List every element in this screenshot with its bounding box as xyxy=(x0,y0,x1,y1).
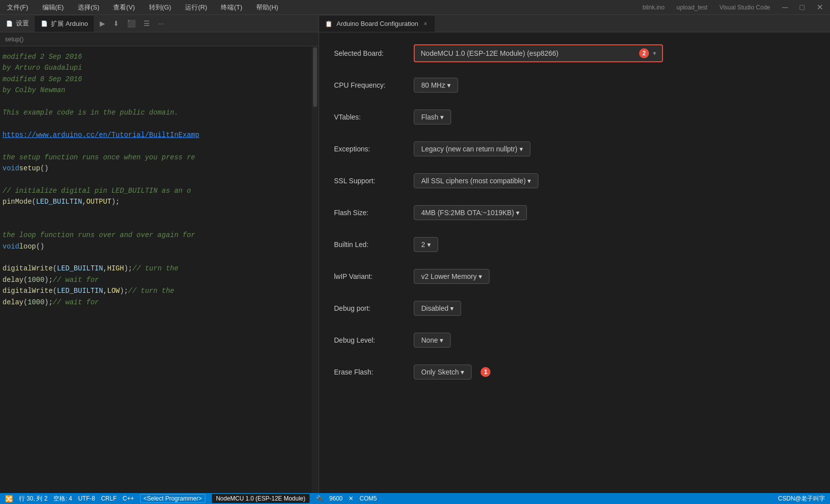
config-row-debug-level: Debug Level: None ▾ xyxy=(334,329,815,351)
status-line-ending[interactable]: CRLF xyxy=(101,495,117,502)
selected-board-input[interactable]: NodeMCU 1.0 (ESP-12E Module) (esp8266) 2… xyxy=(414,44,663,62)
config-row-cpu: CPU Frequency: 80 MHz ▾ xyxy=(334,74,815,96)
erase-flash-dropdown[interactable]: Only Sketch ▾ xyxy=(414,365,472,379)
board-config-title: Arduino Board Configuration xyxy=(336,20,418,27)
status-spaces[interactable]: 空格: 4 xyxy=(53,495,72,503)
control-vtables: Flash ▾ xyxy=(414,110,815,125)
config-row-board: Selected Board: NodeMCU 1.0 (ESP-12E Mod… xyxy=(334,42,815,64)
status-csdn[interactable]: CSDN@老子叫字 xyxy=(778,495,825,503)
status-close[interactable]: ✕ xyxy=(348,495,353,502)
code-line: modified 2 Sep 2016 xyxy=(0,51,319,62)
status-git-icon[interactable]: 🔀 xyxy=(5,495,13,503)
code-line xyxy=(0,118,319,129)
window-title-vscode: Visual Studio Code xyxy=(716,2,773,13)
label-exceptions: Exceptions: xyxy=(334,145,414,153)
upload-button[interactable]: ⬇ xyxy=(111,18,121,28)
window-minimize[interactable]: ─ xyxy=(779,1,791,14)
code-line: https://www.arduino.cc/en/Tutorial/Built… xyxy=(0,129,319,140)
tab-arduino-extension[interactable]: 📄 扩展 Arduino xyxy=(35,15,94,32)
status-programmer[interactable]: <Select Programmer> xyxy=(140,494,205,503)
label-flash-size: Flash Size: xyxy=(334,209,414,217)
control-debug-level: None ▾ xyxy=(414,333,815,348)
code-line: digitalWrite ( LED_BUILTIN , HIGH ); // … xyxy=(0,263,319,274)
status-language[interactable]: C++ xyxy=(123,495,134,502)
status-right: CSDN@老子叫字 xyxy=(778,495,825,503)
ssl-dropdown[interactable]: All SSL ciphers (most compatible) ▾ xyxy=(414,173,538,188)
flash-size-dropdown[interactable]: 4MB (FS:2MB OTA:~1019KB) ▾ xyxy=(414,205,527,220)
builtin-led-dropdown[interactable]: 2 ▾ xyxy=(414,237,438,252)
right-tab-group: 📋 Arduino Board Configuration × xyxy=(319,15,830,32)
layout-button[interactable]: ☰ xyxy=(142,18,152,28)
control-selected-board: NodeMCU 1.0 (ESP-12E Module) (esp8266) 2… xyxy=(414,44,815,62)
erase-flash-badge: 1 xyxy=(481,367,491,377)
config-row-flash-size: Flash Size: 4MB (FS:2MB OTA:~1019KB) ▾ xyxy=(334,202,815,224)
config-row-exceptions: Exceptions: Legacy (new can return nullp… xyxy=(334,138,815,160)
more-button[interactable]: ··· xyxy=(156,18,166,28)
code-line xyxy=(0,140,319,151)
code-line: by Colby Newman xyxy=(0,85,319,96)
exceptions-dropdown[interactable]: Legacy (new can return nullptr) ▾ xyxy=(414,141,530,156)
label-vtables: VTables: xyxy=(334,113,414,121)
toolbar: ▶ ⬇ ⬛ ☰ ··· xyxy=(94,15,170,32)
arduino-file-icon: 📄 xyxy=(41,20,48,27)
stop-button[interactable]: ⬛ xyxy=(125,18,138,28)
label-selected-board: Selected Board: xyxy=(334,49,414,57)
menu-help[interactable]: 帮助(H) xyxy=(253,1,281,14)
scrollbar-thumb[interactable] xyxy=(313,47,317,107)
label-debug-port: Debug port: xyxy=(334,304,414,312)
code-line xyxy=(0,174,319,185)
menu-file[interactable]: 文件(F) xyxy=(4,1,31,14)
status-row-col[interactable]: 行 30, 列 2 xyxy=(19,495,47,503)
label-debug-level: Debug Level: xyxy=(334,336,414,344)
code-line xyxy=(0,252,319,263)
status-encoding[interactable]: UTF-8 xyxy=(78,495,95,502)
status-port[interactable]: COM5 xyxy=(359,495,377,502)
cpu-freq-dropdown[interactable]: 80 MHz ▾ xyxy=(414,78,458,93)
status-plug-icon: 🔌 xyxy=(316,495,324,502)
main-area: setup() modified 2 Sep 2016 by Arturo Gu… xyxy=(0,32,830,493)
status-board-highlight[interactable]: NodeMCU 1.0 (ESP-12E Module) xyxy=(211,494,310,504)
tab-settings[interactable]: 📄 设置 xyxy=(0,15,35,32)
label-erase-flash: Erase Flash: xyxy=(334,368,414,376)
close-board-config[interactable]: × xyxy=(422,20,429,28)
left-tab-group: 📄 设置 📄 扩展 Arduino ▶ ⬇ ⬛ ☰ ··· xyxy=(0,15,319,32)
menu-edit[interactable]: 编辑(E) xyxy=(39,1,67,14)
menu-terminal[interactable]: 终端(T) xyxy=(218,1,245,14)
editor-scrollbar[interactable] xyxy=(312,46,319,493)
editor-panel: setup() modified 2 Sep 2016 by Arturo Gu… xyxy=(0,32,319,493)
debug-level-dropdown[interactable]: None ▾ xyxy=(414,333,451,348)
config-row-vtables: VTables: Flash ▾ xyxy=(334,106,815,128)
control-exceptions: Legacy (new can return nullptr) ▾ xyxy=(414,141,815,156)
tab-board-config[interactable]: 📋 Arduino Board Configuration × xyxy=(319,15,435,32)
config-row-builtin-led: Builtin Led: 2 ▾ xyxy=(334,234,815,255)
label-ssl: SSL Support: xyxy=(334,177,414,185)
code-line: modified 8 Sep 2016 xyxy=(0,74,319,85)
menu-bar: 文件(F) 编辑(E) 选择(S) 查看(V) 转到(G) 运行(R) 终端(T… xyxy=(0,0,830,15)
editor-header: setup() xyxy=(0,32,319,46)
run-button[interactable]: ▶ xyxy=(98,18,107,28)
status-baud[interactable]: 9600 xyxy=(330,495,343,502)
menu-view[interactable]: 查看(V) xyxy=(110,1,138,14)
menu-select[interactable]: 选择(S) xyxy=(75,1,102,14)
code-line: void loop () xyxy=(0,241,319,252)
vtables-dropdown[interactable]: Flash ▾ xyxy=(414,110,451,125)
code-line xyxy=(0,96,319,107)
code-content[interactable]: modified 2 Sep 2016 by Arturo Guadalupi … xyxy=(0,46,319,493)
config-panel: Selected Board: NodeMCU 1.0 (ESP-12E Mod… xyxy=(319,32,830,493)
code-line xyxy=(0,207,319,218)
window-title-blink: blink.ino xyxy=(640,2,667,13)
window-title-upload: upload_test xyxy=(673,2,710,13)
menu-goto[interactable]: 转到(G) xyxy=(146,1,174,14)
window-close[interactable]: ✕ xyxy=(814,0,826,14)
lwip-dropdown[interactable]: v2 Lower Memory ▾ xyxy=(414,269,490,284)
control-ssl: All SSL ciphers (most compatible) ▾ xyxy=(414,173,815,188)
window-maximize[interactable]: □ xyxy=(797,1,808,14)
code-line: delay ( 1000 ); // wait for xyxy=(0,274,319,285)
debug-port-dropdown[interactable]: Disabled ▾ xyxy=(414,301,461,316)
code-line: pinMode ( LED_BUILTIN , OUTPUT ); xyxy=(0,196,319,207)
config-row-debug-port: Debug port: Disabled ▾ xyxy=(334,297,815,319)
menu-run[interactable]: 运行(R) xyxy=(182,1,210,14)
code-line: This example code is in the public domai… xyxy=(0,107,319,118)
status-bar: 🔀 行 30, 列 2 空格: 4 UTF-8 CRLF C++ <Select… xyxy=(0,493,830,504)
config-row-lwip: lwIP Variant: v2 Lower Memory ▾ xyxy=(334,265,815,287)
